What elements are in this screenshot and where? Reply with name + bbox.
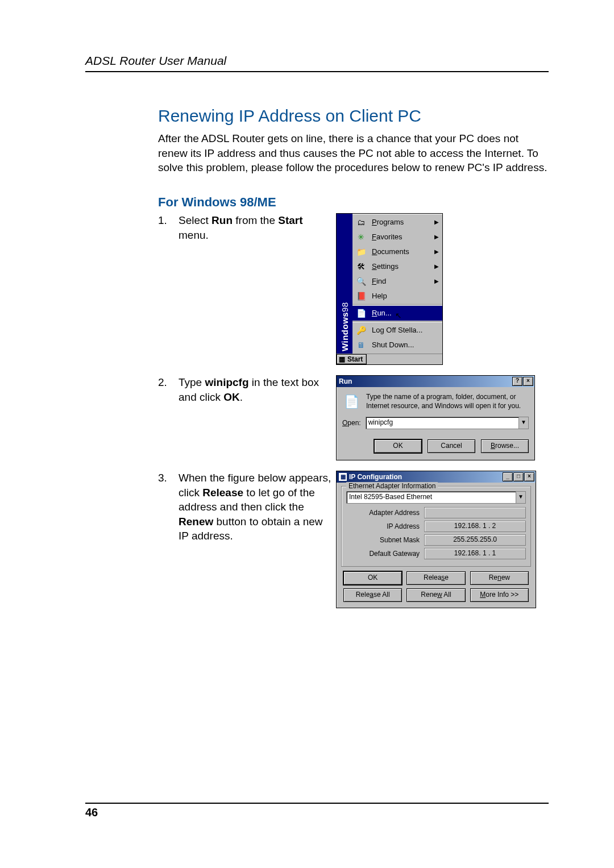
submenu-arrow-icon: ▶ [434,219,439,225]
submenu-arrow-icon: ▶ [434,263,439,269]
close-title-button[interactable]: × [524,472,534,481]
run-dialog-title: Run [339,377,352,385]
start-menu-item-find[interactable]: 🔍 Find ▶ [352,274,442,289]
ipconfig-dialog: ▦ IP Configuration _ □ × Ethernet Adapte… [336,471,536,608]
submenu-arrow-icon: ▶ [434,248,439,255]
open-input[interactable]: winipcfg ▼ [366,417,529,429]
documents-icon: 📁 [355,246,367,258]
adapter-select[interactable]: Intel 82595-Based Ethernet ▼ [346,491,526,504]
start-menu-item-favorites[interactable]: ✳ Favorites ▶ [352,230,442,244]
start-button[interactable]: ▦ Start [337,354,367,364]
start-menu-item-help[interactable]: 📕 Help [352,289,442,304]
windows-logo-icon: ▦ [339,355,345,363]
release-button[interactable]: Release [406,571,465,585]
start-menu: Windows98 🗂 Programs ▶ ✳ Favorites [336,213,443,365]
dropdown-arrow-icon[interactable]: ▼ [518,417,528,429]
menu-separator [352,321,442,322]
favorites-icon: ✳ [355,231,367,243]
programs-icon: 🗂 [355,217,367,228]
help-icon: 📕 [355,290,367,302]
renew-all-button[interactable]: Renew All [406,588,465,602]
ethernet-adapter-group: Ethernet Adapter Information Intel 82595… [341,486,531,567]
ip-address-value: 192.168. 1 . 2 [424,521,526,532]
step-2-number: 2. [158,375,179,404]
run-dialog-icon: 📄 [342,393,360,411]
windows98-strip: Windows98 [337,214,352,354]
help-title-button[interactable]: ? [512,377,522,386]
subnet-mask-label: Subnet Mask [346,536,424,544]
run-icon: 📄 [355,308,367,319]
step-2: 2. Type winipcfg in the text box and cli… [158,375,549,460]
ipconfig-app-icon: ▦ [339,473,347,481]
browse-button[interactable]: Browse... [481,439,529,453]
subsection-title: For Windows 98/ME [158,195,549,210]
start-menu-item-documents[interactable]: 📁 Documents ▶ [352,244,442,259]
ok-button[interactable]: OK [343,571,402,585]
close-title-button[interactable]: × [523,377,533,386]
logoff-icon: 🔑 [355,325,367,336]
step-3-text: When the figure below appears, click Rel… [179,471,331,543]
ok-button[interactable]: OK [374,439,422,453]
step-3-number: 3. [158,471,179,543]
step-1-text: Select Run from the Start menu. [179,213,331,242]
run-dialog-titlebar: Run ? × [337,376,534,387]
ipconfig-titlebar: ▦ IP Configuration _ □ × [337,471,536,483]
more-info-button[interactable]: More Info >> [470,588,529,602]
section-title: Renewing IP Address on Client PC [158,106,549,126]
adapter-address-label: Adapter Address [346,509,424,517]
start-menu-item-run[interactable]: 📄 Run... ↖ [352,306,442,321]
start-menu-item-settings[interactable]: 🛠 Settings ▶ [352,259,442,274]
document-header: ADSL Router User Manual [85,54,549,72]
open-label: Open: [342,419,361,427]
shutdown-icon: 🖥 [355,339,367,351]
page-number: 46 [85,803,549,819]
submenu-arrow-icon: ▶ [434,234,439,240]
adapter-address-value [424,507,526,518]
settings-icon: 🛠 [355,261,367,272]
minimize-title-button[interactable]: _ [503,472,513,481]
ip-address-label: IP Address [346,522,424,530]
start-menu-item-shutdown[interactable]: 🖥 Shut Down... [352,338,442,352]
start-menu-item-programs[interactable]: 🗂 Programs ▶ [352,215,442,230]
run-dialog-description: Type the name of a program, folder, docu… [366,393,529,410]
step-3: 3. When the figure below appears, click … [158,471,549,608]
run-dialog: Run ? × 📄 Type the name of a program, fo… [336,375,535,460]
step-2-text: Type winipcfg in the text box and click … [179,375,331,404]
step-1: 1. Select Run from the Start menu. Windo… [158,213,549,365]
section-intro: After the ADSL Router gets on line, ther… [158,131,549,175]
default-gateway-value: 192.168. 1 . 1 [424,548,526,559]
subnet-mask-value: 255.255.255.0 [424,534,526,546]
menu-separator [352,304,442,305]
start-menu-item-logoff[interactable]: 🔑 Log Off Stella... [352,323,442,338]
renew-button[interactable]: Renew [470,571,529,585]
submenu-arrow-icon: ▶ [434,278,439,284]
default-gateway-label: Default Gateway [346,550,424,558]
step-1-number: 1. [158,213,179,242]
group-label: Ethernet Adapter Information [346,482,438,490]
ipconfig-title: IP Configuration [349,473,402,481]
release-all-button[interactable]: Release All [343,588,402,602]
cancel-button[interactable]: Cancel [428,439,475,453]
find-icon: 🔍 [355,276,367,287]
cursor-icon: ↖ [395,311,402,320]
dropdown-arrow-icon[interactable]: ▼ [516,492,525,503]
maximize-title-button[interactable]: □ [513,472,524,481]
